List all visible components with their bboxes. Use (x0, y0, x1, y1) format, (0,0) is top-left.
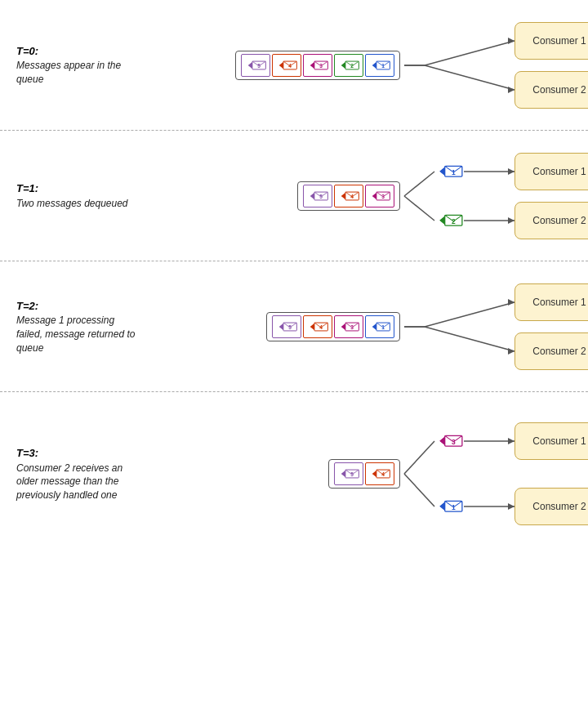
svg-marker-43 (508, 217, 514, 224)
svg-marker-25 (310, 192, 314, 199)
connector-area-1: Consumer 1Consumer 2 1 2 (400, 147, 580, 245)
svg-marker-60 (508, 299, 514, 306)
svg-marker-3 (248, 61, 252, 68)
label-title: T=0: (16, 43, 139, 60)
label-title: T=3: (16, 445, 139, 462)
svg-marker-59 (372, 323, 376, 329)
svg-marker-7 (279, 61, 283, 68)
svg-marker-42 (508, 168, 514, 175)
svg-marker-19 (372, 61, 376, 68)
label-col-3: T=3: Consumer 2 receives an older messag… (0, 445, 139, 502)
svg-marker-11 (310, 61, 314, 68)
message-4: 4 (272, 54, 301, 77)
svg-marker-47 (279, 323, 283, 329)
connector-svg-3 (400, 408, 580, 539)
connector-area-2: Consumer 1Consumer 2 (400, 278, 580, 376)
connector-area-0: Consumer 1Consumer 2 (400, 16, 580, 114)
label-col-2: T=2: Message 1 processing failed, messag… (0, 298, 139, 355)
message-1: 1 (365, 315, 394, 338)
label-col-0: T=0: Messages appear in the queue (0, 43, 139, 87)
diagram-row-2: T=2: Message 1 processing failed, messag… (0, 261, 588, 392)
label-desc: Messages appear in the queue (16, 59, 139, 87)
message-5: 5 (241, 54, 270, 77)
svg-marker-65 (341, 471, 345, 477)
message-1: 1 (365, 54, 394, 77)
label-title: T=1: (16, 181, 139, 197)
diagram-row-1: T=1: Two messages dequeued 5 4 3 Consume… (0, 131, 588, 261)
message-4: 4 (303, 315, 332, 338)
svg-marker-20 (508, 38, 514, 44)
svg-marker-55 (341, 323, 345, 329)
queue-box-1: 5 4 3 (297, 181, 400, 211)
message-5: 5 (303, 185, 332, 207)
connector-svg-0 (400, 16, 580, 114)
label-col-1: T=1: Two messages dequeued (0, 181, 139, 210)
connector-svg-1 (400, 147, 580, 245)
message-5: 5 (272, 315, 301, 338)
message-2: 2 (334, 54, 363, 77)
connector-svg-2 (400, 278, 580, 376)
svg-marker-78 (508, 438, 514, 444)
message-3: 3 (303, 54, 332, 77)
message-5: 5 (334, 462, 363, 485)
message-4: 4 (365, 462, 394, 485)
svg-marker-79 (508, 503, 514, 510)
label-title: T=2: (16, 298, 139, 315)
label-desc: Two messages dequeued (16, 197, 139, 211)
svg-marker-51 (310, 323, 314, 329)
svg-marker-69 (372, 471, 376, 477)
message-4: 4 (334, 185, 363, 207)
message-3: 3 (334, 315, 363, 338)
svg-marker-61 (508, 348, 514, 355)
svg-marker-29 (341, 192, 345, 199)
queue-box-2: 5 4 3 1 (266, 312, 400, 341)
svg-marker-15 (341, 61, 345, 68)
label-desc: Consumer 2 receives an older message tha… (16, 462, 139, 502)
diagram-container: T=0: Messages appear in the queue 5 4 3 … (0, 0, 588, 556)
label-desc: Message 1 processing failed, message ret… (16, 314, 139, 355)
message-3: 3 (365, 185, 394, 207)
connector-area-3: Consumer 1Consumer 2 3 1 (400, 408, 580, 539)
svg-marker-21 (508, 87, 514, 93)
diagram-row-0: T=0: Messages appear in the queue 5 4 3 … (0, 0, 588, 131)
diagram-row-3: T=3: Consumer 2 receives an older messag… (0, 392, 588, 556)
svg-marker-33 (372, 192, 376, 199)
queue-box-3: 5 4 (328, 459, 400, 489)
queue-box-0: 5 4 3 2 1 (235, 51, 400, 80)
